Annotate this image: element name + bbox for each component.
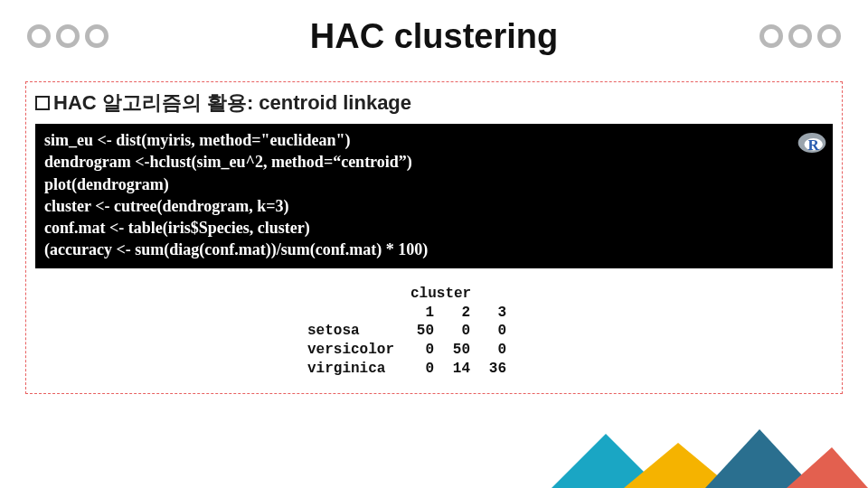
cell: 0 <box>398 341 434 360</box>
table-row: virginica 0 14 36 <box>307 360 561 379</box>
footer-decor-icon <box>524 425 868 488</box>
output-header: cluster <box>307 285 561 304</box>
code-line: conf.mat <- table(iris$Species, cluster) <box>44 217 824 239</box>
code-block: sim_eu <- dist(myiris, method="euclidean… <box>35 124 833 268</box>
row-label: virginica <box>307 360 398 379</box>
ring-icon <box>27 24 51 48</box>
svg-marker-5 <box>787 447 868 488</box>
ring-icon <box>85 24 108 48</box>
row-label: setosa <box>307 322 398 341</box>
cell: 0 <box>434 322 470 341</box>
ring-icon <box>788 24 812 48</box>
ring-icon <box>817 24 841 48</box>
decor-circles-left <box>27 24 108 48</box>
subtitle-prefix: HAC <box>53 91 97 114</box>
cell: 50 <box>434 341 470 360</box>
code-line: cluster <- cutree(dendrogram, k=3) <box>44 195 824 217</box>
output-col-headers: 1 2 3 <box>307 304 561 323</box>
bullet-box-icon <box>35 96 50 110</box>
col-header: 1 <box>398 304 434 323</box>
table-row: versicolor 0 50 0 <box>307 341 561 360</box>
cell: 36 <box>470 360 506 379</box>
col-header: 2 <box>434 304 470 323</box>
col-header: 3 <box>470 304 506 323</box>
code-line: plot(dendrogram) <box>44 174 824 195</box>
code-line: sim_eu <- dist(myiris, method="euclidean… <box>44 129 824 151</box>
table-row: setosa 50 0 0 <box>307 322 561 341</box>
r-logo-letter: R <box>808 136 820 154</box>
cell: 0 <box>470 322 506 341</box>
section-subtitle: HAC 알고리즘의 활용: centroid linkage <box>35 89 833 117</box>
cell: 0 <box>470 341 506 360</box>
code-line: dendrogram <-hclust(sim_eu^2, method=“ce… <box>44 151 824 173</box>
decor-circles-right <box>760 24 841 48</box>
page-title: HAC clustering <box>108 17 760 56</box>
cell: 0 <box>398 360 434 379</box>
ring-icon <box>760 24 783 48</box>
slide-header: HAC clustering <box>0 0 868 63</box>
subtitle-rest: 알고리즘의 활용: centroid linkage <box>97 91 411 114</box>
output-table: cluster 1 2 3 setosa 50 0 0 versicolor 0… <box>307 285 561 379</box>
cell: 50 <box>398 322 434 341</box>
ring-icon <box>56 24 80 48</box>
cell: 14 <box>434 360 470 379</box>
code-line: (accuracy <- sum(diag(conf.mat))/sum(con… <box>44 239 824 260</box>
r-logo-icon: R <box>797 127 827 158</box>
row-label: versicolor <box>307 341 398 360</box>
output-header-label: cluster <box>398 285 561 304</box>
content-panel: HAC 알고리즘의 활용: centroid linkage sim_eu <-… <box>25 81 843 394</box>
